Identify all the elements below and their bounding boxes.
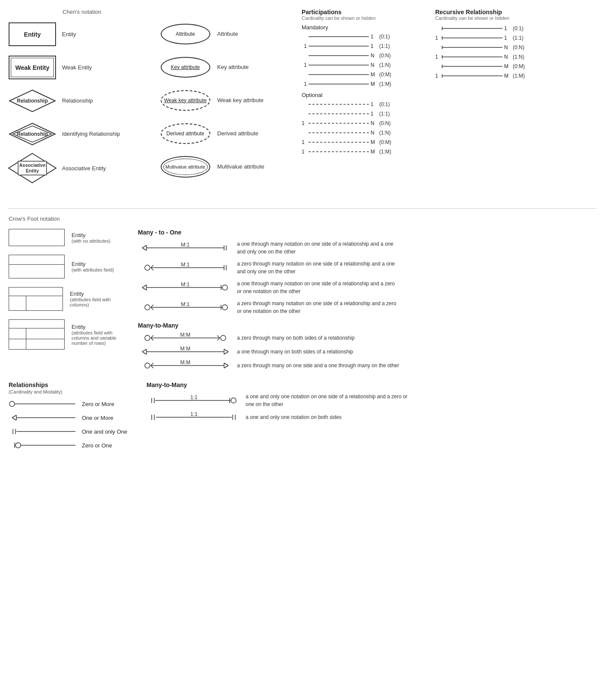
zero-more-label: Zero or More	[82, 401, 114, 407]
svg-line-79	[151, 363, 153, 366]
svg-line-35	[142, 248, 147, 250]
svg-text:1:1: 1:1	[190, 394, 198, 400]
rel-legend-zero-more: Zero or More	[9, 400, 129, 408]
diamond-wrap: Relationship	[9, 89, 56, 112]
relationship-shape-row: Relationship Relationship	[9, 87, 155, 115]
cf-entity-cols-box	[9, 287, 63, 311]
id-relationship-shape-row: Relationship Identifying Relationship	[9, 120, 155, 148]
cf-entity-simple-title: Entity	[72, 232, 110, 238]
cf-11-line2: 1:1	[147, 412, 241, 422]
svg-point-78	[145, 363, 150, 368]
diamond-svg: Relationship	[9, 89, 56, 112]
svg-point-51	[222, 285, 228, 290]
cf-11-desc2: a one and only one notation on both side…	[246, 413, 342, 421]
part-header: Participations	[302, 9, 418, 16]
derived-attr-ellipse: Derived attribute	[161, 123, 210, 144]
key-attr-ellipse: Key attribute	[161, 57, 210, 78]
cf-mm-row2: M:M a one through many on both sides of …	[138, 347, 596, 356]
weak-key-attr-ellipse: Weak key attribute	[161, 90, 210, 111]
cf-m1-row4: M:1 a zero through many notation on one …	[138, 300, 596, 315]
svg-line-73	[224, 349, 228, 352]
participations-block: Participations Cardinality can be shown …	[302, 9, 418, 188]
cf-mm-line3: M:M	[138, 361, 233, 370]
main-layout: Chen's notation Entity Entity Weak Entit…	[9, 9, 596, 455]
derived-attr-text-label: Derived attribute	[217, 130, 258, 137]
svg-text:M:1: M:1	[181, 301, 190, 307]
cf-11-row2: 1:1 a one and only one notation on both …	[147, 412, 596, 422]
cf-m1-desc1: a one through many notation on one side …	[237, 240, 401, 256]
rel-legend: Relationships (Cardinality and Modality)…	[9, 381, 129, 455]
recursive-block: Recursive Relationship Cardinality can b…	[435, 9, 547, 188]
rec-row-11: 1 1 (1:1)	[435, 34, 547, 41]
part-row-0m: 1 M (0:M)	[302, 71, 418, 78]
rec-line-1n	[442, 53, 502, 60]
assoc-entity-svg: Associative Entity	[8, 153, 57, 184]
cf-mm-line2: M:M	[138, 347, 233, 356]
svg-line-89	[12, 418, 16, 420]
one-to-one-block: Many-to-Many 1:1 a one and only one nota…	[147, 381, 596, 455]
part-row-1m: 1 M (1:M)	[302, 81, 418, 88]
recursive-subheader: Cardinality can be shown or hidden	[435, 16, 547, 21]
rel-legend-zero-one: Zero or One	[9, 441, 129, 450]
rel-legend-header: Relationships	[9, 381, 129, 388]
svg-line-63	[151, 335, 153, 338]
id-relationship-text-label: Identifying Relationship	[62, 131, 120, 137]
part-row-11: 1 1 (1:1)	[302, 43, 418, 50]
crows-entities: Entity (with no attributes) Entity (with…	[9, 229, 129, 377]
cf-m1-desc4: a zero through many notation on one side…	[237, 300, 401, 315]
one-more-sym	[9, 413, 78, 422]
derived-attr-ellipse-label: Derived attribute	[166, 131, 204, 137]
svg-text:Relationship: Relationship	[17, 131, 48, 137]
cf-entity-attr-sub: (with attributes field)	[72, 267, 114, 272]
cf-entity-simple-sub: (with no attributes)	[72, 238, 110, 244]
recursive-header: Recursive Relationship	[435, 9, 502, 16]
multi-attr-shape-row: Multivalue attribute Multivalue attribut…	[159, 153, 289, 181]
svg-point-41	[145, 265, 150, 270]
opt-row-1n: 1 N (1:N)	[302, 129, 418, 136]
cf-entity-simple-label: Entity (with no attributes)	[72, 232, 110, 244]
part-line-0n	[309, 52, 369, 59]
cf-m1-line1: M:1	[138, 243, 233, 253]
rec-row-1m: 1 M (1:M)	[435, 72, 547, 79]
entity-shape-row: Entity Entity	[9, 20, 155, 48]
svg-line-34	[142, 245, 147, 248]
svg-line-56	[151, 305, 153, 307]
rec-row-1n: 1 N (1:N)	[435, 53, 547, 60]
cf-entity-rows-title: Entity	[72, 324, 123, 330]
multi-attr-text-label: Multivalue attribute	[217, 163, 264, 170]
svg-line-67	[217, 338, 220, 341]
svg-point-55	[145, 305, 150, 310]
weak-entity-label: Weak Entity	[15, 64, 49, 71]
cf-entity-attr-row: Entity (with attributes field)	[9, 255, 129, 278]
opt-row-1m: 1 M (1:M)	[302, 148, 418, 155]
entity-label: Entity	[24, 31, 41, 38]
cf-m1-row2: M:1 a zero through many notation on one …	[138, 260, 596, 275]
chens-block: Chen's notation Entity Entity Weak Entit…	[9, 9, 155, 188]
weak-key-attr-ellipse-wrap: Weak key attribute	[159, 90, 211, 111]
bottom-section: Relationships (Cardinality and Modality)…	[9, 381, 596, 455]
svg-text:Associative: Associative	[19, 162, 45, 168]
entity-box: Entity	[9, 22, 56, 46]
svg-text:M:M: M:M	[180, 346, 190, 352]
opt-row-01: 1 1 (0:1)	[302, 101, 418, 108]
svg-line-42	[151, 265, 153, 268]
opt-line-01	[309, 101, 369, 108]
cf-mm-desc3: a zero through many on one side and a on…	[237, 362, 399, 369]
svg-line-43	[151, 268, 153, 270]
rel-legend-one-only: One and only One	[9, 427, 129, 436]
attribute-text-label: Attribute	[217, 31, 238, 37]
one-to-one-header: Many-to-Many	[147, 381, 596, 388]
assoc-entity-text-label: Associative Entity	[62, 165, 106, 172]
id-diamond-svg: Relationship	[9, 122, 56, 146]
attribute-ellipse: Attribute	[161, 24, 210, 44]
weak-entity-text-label: Weak Entity	[62, 64, 92, 71]
zero-one-sym	[9, 441, 78, 450]
cf-m1-line3: M:1	[138, 283, 233, 292]
attribute-ellipse-wrap: Attribute	[159, 23, 211, 45]
chens-header: Chen's notation	[9, 9, 155, 15]
cf-entity-rows-sub: (attributes field with columns and varia…	[72, 330, 123, 346]
key-attr-text-label: Key attribute	[217, 64, 249, 70]
multi-attr-ellipse-wrap: Multivalue attribute	[159, 156, 211, 178]
part-row-0n: 1 N (0:N)	[302, 52, 418, 59]
part-row-1n: 1 N (1:N)	[302, 62, 418, 69]
